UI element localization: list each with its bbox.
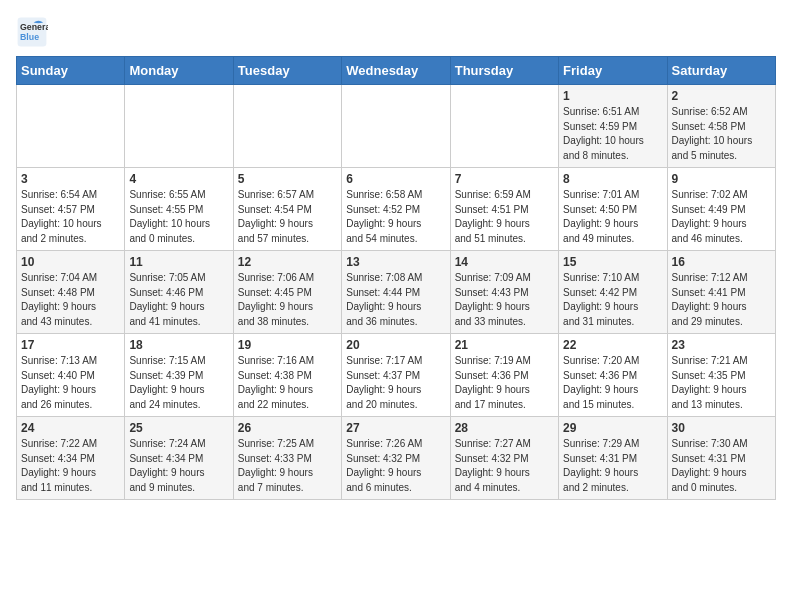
day-detail: Sunrise: 6:59 AM Sunset: 4:51 PM Dayligh… — [455, 188, 554, 246]
day-number: 29 — [563, 421, 662, 435]
calendar-cell — [233, 85, 341, 168]
svg-text:Blue: Blue — [20, 32, 39, 42]
logo: General Blue — [16, 16, 52, 48]
weekday-header: Thursday — [450, 57, 558, 85]
day-number: 12 — [238, 255, 337, 269]
calendar-cell: 1Sunrise: 6:51 AM Sunset: 4:59 PM Daylig… — [559, 85, 667, 168]
day-number: 7 — [455, 172, 554, 186]
calendar-week-row: 17Sunrise: 7:13 AM Sunset: 4:40 PM Dayli… — [17, 334, 776, 417]
calendar-cell: 29Sunrise: 7:29 AM Sunset: 4:31 PM Dayli… — [559, 417, 667, 500]
day-number: 19 — [238, 338, 337, 352]
day-detail: Sunrise: 7:20 AM Sunset: 4:36 PM Dayligh… — [563, 354, 662, 412]
day-detail: Sunrise: 7:12 AM Sunset: 4:41 PM Dayligh… — [672, 271, 771, 329]
day-number: 9 — [672, 172, 771, 186]
day-number: 14 — [455, 255, 554, 269]
calendar-cell: 13Sunrise: 7:08 AM Sunset: 4:44 PM Dayli… — [342, 251, 450, 334]
day-detail: Sunrise: 7:30 AM Sunset: 4:31 PM Dayligh… — [672, 437, 771, 495]
calendar-cell: 25Sunrise: 7:24 AM Sunset: 4:34 PM Dayli… — [125, 417, 233, 500]
day-number: 23 — [672, 338, 771, 352]
day-detail: Sunrise: 6:58 AM Sunset: 4:52 PM Dayligh… — [346, 188, 445, 246]
day-number: 10 — [21, 255, 120, 269]
day-detail: Sunrise: 7:16 AM Sunset: 4:38 PM Dayligh… — [238, 354, 337, 412]
day-detail: Sunrise: 7:05 AM Sunset: 4:46 PM Dayligh… — [129, 271, 228, 329]
day-detail: Sunrise: 6:52 AM Sunset: 4:58 PM Dayligh… — [672, 105, 771, 163]
calendar-cell: 8Sunrise: 7:01 AM Sunset: 4:50 PM Daylig… — [559, 168, 667, 251]
day-number: 11 — [129, 255, 228, 269]
calendar-cell: 7Sunrise: 6:59 AM Sunset: 4:51 PM Daylig… — [450, 168, 558, 251]
day-detail: Sunrise: 7:01 AM Sunset: 4:50 PM Dayligh… — [563, 188, 662, 246]
calendar-cell: 9Sunrise: 7:02 AM Sunset: 4:49 PM Daylig… — [667, 168, 775, 251]
day-number: 22 — [563, 338, 662, 352]
day-detail: Sunrise: 7:15 AM Sunset: 4:39 PM Dayligh… — [129, 354, 228, 412]
calendar-cell: 26Sunrise: 7:25 AM Sunset: 4:33 PM Dayli… — [233, 417, 341, 500]
weekday-header-row: SundayMondayTuesdayWednesdayThursdayFrid… — [17, 57, 776, 85]
day-number: 5 — [238, 172, 337, 186]
calendar-week-row: 10Sunrise: 7:04 AM Sunset: 4:48 PM Dayli… — [17, 251, 776, 334]
day-number: 21 — [455, 338, 554, 352]
weekday-header: Friday — [559, 57, 667, 85]
day-detail: Sunrise: 7:02 AM Sunset: 4:49 PM Dayligh… — [672, 188, 771, 246]
day-detail: Sunrise: 7:06 AM Sunset: 4:45 PM Dayligh… — [238, 271, 337, 329]
weekday-header: Saturday — [667, 57, 775, 85]
day-number: 30 — [672, 421, 771, 435]
calendar-cell: 10Sunrise: 7:04 AM Sunset: 4:48 PM Dayli… — [17, 251, 125, 334]
day-detail: Sunrise: 7:09 AM Sunset: 4:43 PM Dayligh… — [455, 271, 554, 329]
day-detail: Sunrise: 7:29 AM Sunset: 4:31 PM Dayligh… — [563, 437, 662, 495]
day-detail: Sunrise: 7:13 AM Sunset: 4:40 PM Dayligh… — [21, 354, 120, 412]
calendar-cell: 28Sunrise: 7:27 AM Sunset: 4:32 PM Dayli… — [450, 417, 558, 500]
weekday-header: Monday — [125, 57, 233, 85]
weekday-header: Sunday — [17, 57, 125, 85]
calendar-cell — [450, 85, 558, 168]
calendar-cell — [342, 85, 450, 168]
logo-icon: General Blue — [16, 16, 48, 48]
day-number: 8 — [563, 172, 662, 186]
calendar-cell: 12Sunrise: 7:06 AM Sunset: 4:45 PM Dayli… — [233, 251, 341, 334]
calendar-cell: 19Sunrise: 7:16 AM Sunset: 4:38 PM Dayli… — [233, 334, 341, 417]
calendar-cell: 24Sunrise: 7:22 AM Sunset: 4:34 PM Dayli… — [17, 417, 125, 500]
header-area: General Blue — [16, 16, 776, 48]
calendar-cell: 11Sunrise: 7:05 AM Sunset: 4:46 PM Dayli… — [125, 251, 233, 334]
day-number: 24 — [21, 421, 120, 435]
calendar-cell: 4Sunrise: 6:55 AM Sunset: 4:55 PM Daylig… — [125, 168, 233, 251]
calendar-cell: 27Sunrise: 7:26 AM Sunset: 4:32 PM Dayli… — [342, 417, 450, 500]
calendar-cell: 20Sunrise: 7:17 AM Sunset: 4:37 PM Dayli… — [342, 334, 450, 417]
day-number: 2 — [672, 89, 771, 103]
calendar-cell — [125, 85, 233, 168]
calendar-week-row: 24Sunrise: 7:22 AM Sunset: 4:34 PM Dayli… — [17, 417, 776, 500]
calendar-cell: 22Sunrise: 7:20 AM Sunset: 4:36 PM Dayli… — [559, 334, 667, 417]
calendar-cell: 14Sunrise: 7:09 AM Sunset: 4:43 PM Dayli… — [450, 251, 558, 334]
day-detail: Sunrise: 7:19 AM Sunset: 4:36 PM Dayligh… — [455, 354, 554, 412]
day-number: 25 — [129, 421, 228, 435]
day-detail: Sunrise: 7:25 AM Sunset: 4:33 PM Dayligh… — [238, 437, 337, 495]
day-detail: Sunrise: 6:51 AM Sunset: 4:59 PM Dayligh… — [563, 105, 662, 163]
day-number: 15 — [563, 255, 662, 269]
day-detail: Sunrise: 6:55 AM Sunset: 4:55 PM Dayligh… — [129, 188, 228, 246]
calendar-week-row: 1Sunrise: 6:51 AM Sunset: 4:59 PM Daylig… — [17, 85, 776, 168]
weekday-header: Tuesday — [233, 57, 341, 85]
calendar-cell: 21Sunrise: 7:19 AM Sunset: 4:36 PM Dayli… — [450, 334, 558, 417]
day-number: 16 — [672, 255, 771, 269]
day-number: 27 — [346, 421, 445, 435]
calendar-cell: 5Sunrise: 6:57 AM Sunset: 4:54 PM Daylig… — [233, 168, 341, 251]
day-detail: Sunrise: 7:24 AM Sunset: 4:34 PM Dayligh… — [129, 437, 228, 495]
svg-text:General: General — [20, 22, 48, 32]
day-number: 4 — [129, 172, 228, 186]
calendar-cell: 3Sunrise: 6:54 AM Sunset: 4:57 PM Daylig… — [17, 168, 125, 251]
day-detail: Sunrise: 7:08 AM Sunset: 4:44 PM Dayligh… — [346, 271, 445, 329]
day-detail: Sunrise: 7:21 AM Sunset: 4:35 PM Dayligh… — [672, 354, 771, 412]
calendar-table: SundayMondayTuesdayWednesdayThursdayFrid… — [16, 56, 776, 500]
calendar-cell: 23Sunrise: 7:21 AM Sunset: 4:35 PM Dayli… — [667, 334, 775, 417]
day-detail: Sunrise: 7:10 AM Sunset: 4:42 PM Dayligh… — [563, 271, 662, 329]
day-number: 20 — [346, 338, 445, 352]
day-detail: Sunrise: 6:57 AM Sunset: 4:54 PM Dayligh… — [238, 188, 337, 246]
day-detail: Sunrise: 7:17 AM Sunset: 4:37 PM Dayligh… — [346, 354, 445, 412]
calendar-week-row: 3Sunrise: 6:54 AM Sunset: 4:57 PM Daylig… — [17, 168, 776, 251]
day-number: 28 — [455, 421, 554, 435]
calendar-cell: 30Sunrise: 7:30 AM Sunset: 4:31 PM Dayli… — [667, 417, 775, 500]
calendar-cell: 18Sunrise: 7:15 AM Sunset: 4:39 PM Dayli… — [125, 334, 233, 417]
weekday-header: Wednesday — [342, 57, 450, 85]
day-detail: Sunrise: 7:22 AM Sunset: 4:34 PM Dayligh… — [21, 437, 120, 495]
day-number: 13 — [346, 255, 445, 269]
calendar-cell: 16Sunrise: 7:12 AM Sunset: 4:41 PM Dayli… — [667, 251, 775, 334]
day-detail: Sunrise: 7:04 AM Sunset: 4:48 PM Dayligh… — [21, 271, 120, 329]
